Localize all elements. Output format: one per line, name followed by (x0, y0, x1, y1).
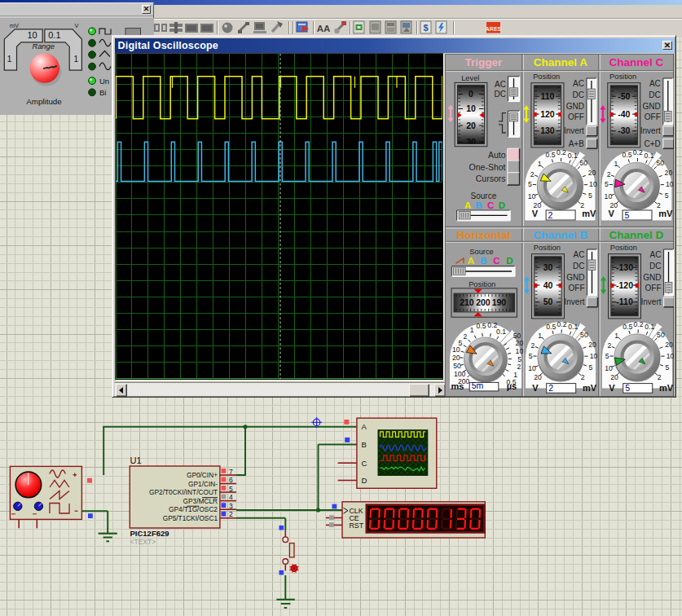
svg-text:2: 2 (580, 373, 584, 381)
svg-text:D: D (362, 476, 367, 485)
svg-text:$: $ (423, 23, 428, 33)
svg-text:AC: AC (649, 79, 660, 88)
svg-text:0.5: 0.5 (545, 151, 555, 159)
svg-text:5: 5 (528, 352, 532, 360)
svg-text:20: 20 (587, 169, 596, 177)
svg-text:10: 10 (527, 192, 535, 200)
svg-text:V: V (75, 21, 79, 29)
svg-text:5: 5 (587, 191, 592, 200)
svg-text:1: 1 (614, 160, 618, 168)
svg-text:GND: GND (642, 102, 660, 111)
svg-text:6: 6 (229, 476, 233, 484)
svg-text:7: 7 (229, 468, 233, 476)
svg-text:0.2: 0.2 (632, 148, 642, 156)
svg-text:Channel A: Channel A (533, 56, 587, 68)
svg-text:1: 1 (7, 54, 12, 63)
svg-text:5: 5 (624, 210, 629, 220)
svg-text:PIC12F629: PIC12F629 (130, 529, 169, 538)
svg-text:U1: U1 (130, 455, 142, 465)
svg-text:Cursors: Cursors (475, 174, 505, 183)
svg-text:5: 5 (517, 355, 521, 363)
svg-text:Range: Range (32, 42, 54, 50)
svg-text:AC: AC (573, 250, 584, 259)
svg-text:Invert: Invert (640, 126, 660, 135)
svg-text:20: 20 (665, 341, 673, 349)
svg-text:µs: µs (506, 381, 516, 391)
svg-text:Invert: Invert (564, 297, 584, 306)
svg-text:Channel B: Channel B (533, 229, 587, 241)
svg-text:5: 5 (664, 191, 668, 200)
svg-text:0.1: 0.1 (567, 152, 577, 160)
svg-text:ARES: ARES (486, 26, 502, 32)
svg-text:2: 2 (517, 363, 521, 371)
svg-text:10: 10 (589, 352, 597, 360)
svg-text:10: 10 (605, 364, 613, 372)
svg-text:130: 130 (540, 125, 555, 135)
svg-text:2: 2 (606, 170, 610, 178)
svg-text:GP4/T1G/OSC2: GP4/T1G/OSC2 (169, 505, 218, 513)
svg-text:OFF: OFF (567, 112, 583, 121)
svg-text:Horizontal: Horizontal (456, 229, 510, 241)
svg-text:Trigger: Trigger (464, 56, 503, 68)
svg-text:GP5/T1CKI/OSC1: GP5/T1CKI/OSC1 (163, 514, 218, 522)
svg-text:mV: mV (658, 209, 673, 218)
svg-text:2: 2 (463, 332, 467, 341)
svg-text:GND: GND (643, 273, 661, 282)
svg-text:10: 10 (466, 103, 476, 113)
svg-text:30: 30 (543, 262, 552, 272)
svg-text:1: 1 (538, 332, 542, 340)
svg-text:2: 2 (548, 383, 553, 393)
svg-text:mV: mV (582, 209, 596, 218)
svg-text:ms: ms (451, 381, 464, 391)
svg-text:0.1: 0.1 (48, 30, 60, 40)
svg-text:10: 10 (589, 180, 597, 188)
svg-text:50: 50 (580, 331, 588, 339)
svg-text:Source: Source (469, 248, 493, 256)
svg-text:50: 50 (657, 331, 665, 339)
svg-text:20: 20 (588, 341, 596, 349)
svg-text:-40: -40 (618, 109, 630, 119)
svg-text:1: 1 (614, 332, 618, 340)
svg-text:Invert: Invert (640, 297, 661, 306)
svg-text:DC: DC (573, 262, 584, 271)
svg-text:5: 5 (229, 485, 233, 493)
svg-text:0.2: 0.2 (557, 320, 566, 328)
svg-text:OFF: OFF (645, 284, 661, 293)
svg-text:DC: DC (649, 90, 660, 99)
svg-text:5: 5 (528, 180, 532, 188)
svg-text:V: V (531, 209, 538, 218)
svg-text:GND: GND (565, 102, 583, 111)
svg-text:5m: 5m (471, 381, 483, 390)
svg-text:-130: -130 (615, 262, 632, 272)
svg-text:<TEXT>: <TEXT> (130, 538, 156, 546)
svg-text:2: 2 (530, 341, 535, 350)
svg-text:DC: DC (494, 90, 505, 99)
svg-text:40: 40 (543, 280, 552, 290)
svg-text:20: 20 (451, 354, 460, 362)
svg-text:2: 2 (530, 170, 534, 178)
svg-text:A: A (362, 422, 367, 431)
svg-text:B: B (475, 200, 482, 210)
svg-text:10: 10 (27, 30, 37, 40)
svg-text:One-Shot: One-Shot (469, 162, 505, 172)
svg-text:Position: Position (533, 73, 560, 81)
svg-text:Position: Position (609, 244, 636, 252)
svg-text:2: 2 (548, 210, 552, 220)
svg-text:50: 50 (579, 159, 587, 167)
svg-text:20: 20 (664, 169, 672, 177)
svg-text:GP1/CIN-: GP1/CIN- (188, 480, 218, 488)
svg-text:20: 20 (515, 339, 523, 347)
svg-text:0.2: 0.2 (556, 148, 565, 156)
svg-text:B: B (362, 440, 367, 449)
svg-text:OFF: OFF (568, 284, 584, 293)
svg-text:D: D (506, 256, 513, 266)
svg-text:Bi: Bi (99, 87, 106, 96)
svg-text:0.2: 0.2 (633, 320, 643, 328)
svg-text:D: D (498, 200, 504, 210)
svg-text:C: C (493, 256, 499, 266)
svg-text:10: 10 (604, 192, 612, 200)
svg-text:0.5: 0.5 (623, 323, 632, 331)
svg-text:Auto: Auto (487, 150, 505, 160)
svg-text:Amplitude: Amplitude (26, 96, 62, 105)
svg-text:V: V (609, 383, 615, 393)
